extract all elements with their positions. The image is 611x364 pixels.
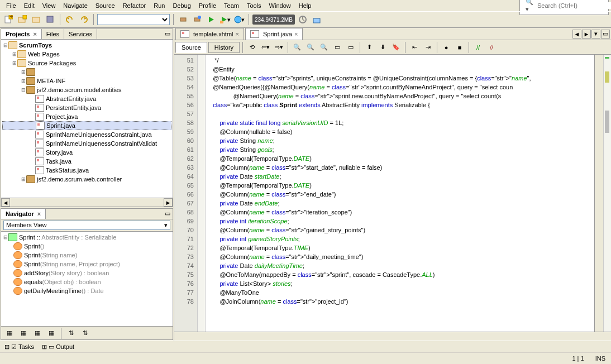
nav-member[interactable]: getDailyMeetingTime() : Date — [2, 286, 171, 295]
nav-member[interactable]: Sprint() — [2, 242, 171, 251]
menu-help[interactable]: Help — [295, 1, 316, 10]
tree-item[interactable]: SprintNameUniquenessConstraint.java — [2, 130, 171, 139]
nav-filter4[interactable]: ▦ — [45, 327, 58, 339]
tab-projects[interactable]: Projects× — [1, 29, 42, 39]
line-gutter[interactable]: 5152535455565758596061626364656667686970… — [174, 55, 198, 332]
tree-item[interactable]: Project.java — [2, 112, 171, 121]
editor-hscroll[interactable] — [174, 332, 611, 341]
toggle-highlight-button[interactable]: ▭ — [331, 41, 343, 54]
nav-sort2[interactable]: ⇅ — [79, 327, 91, 339]
close-icon[interactable]: × — [33, 31, 36, 37]
error-stripe[interactable] — [603, 55, 611, 332]
tab-navigator[interactable]: Navigator× — [1, 209, 46, 219]
nav-member[interactable]: Sprint(String name, Project project) — [2, 260, 171, 269]
menu-tools[interactable]: Tools — [243, 1, 265, 10]
profile-button[interactable]: ▾ — [233, 13, 245, 26]
project-root[interactable]: ScrumToys — [19, 42, 52, 49]
uncomment-button[interactable]: // — [485, 41, 498, 54]
close-icon[interactable]: × — [236, 31, 239, 37]
memory-indicator[interactable]: 234.9/371.2MB — [252, 15, 295, 25]
forward-button[interactable]: ⇨▾ — [273, 41, 285, 54]
minimize-icon[interactable]: ▭ — [163, 29, 173, 39]
nav-class-name[interactable]: Sprint :: AbstractEntity : Serializable — [19, 234, 116, 241]
menu-team[interactable]: Team — [220, 1, 243, 10]
tabs-dropdown-button[interactable]: ▾ — [591, 30, 600, 39]
gc-button[interactable] — [297, 13, 309, 26]
comment-button[interactable]: // — [472, 41, 484, 54]
tree-item[interactable]: Story.java — [2, 148, 171, 157]
new-file-button[interactable]: + — [2, 13, 15, 26]
scroll-right-button[interactable]: ► — [582, 30, 591, 39]
macro-record-button[interactable]: ● — [440, 41, 452, 54]
tree-item[interactable]: ⊞jsf2.demo.scrum.web.controller — [2, 175, 171, 184]
menu-window[interactable]: Window — [265, 1, 295, 10]
back-button[interactable]: ⇦▾ — [259, 41, 271, 54]
redo-button[interactable] — [78, 13, 90, 26]
find-prev-button[interactable]: 🔍 — [304, 41, 317, 54]
shift-right-button[interactable]: ⇥ — [422, 41, 434, 54]
nav-filter2[interactable]: ▦ — [17, 327, 30, 339]
members-view-combo[interactable]: Members View▾ — [3, 221, 170, 230]
tree-item[interactable]: SprintNameUniquenessConstraintValidat — [2, 139, 171, 148]
run-button[interactable] — [205, 13, 217, 26]
menu-file[interactable]: File — [2, 1, 20, 10]
tree-item[interactable]: ⊞Web Pages — [2, 50, 171, 59]
tree-item[interactable]: ⊞ — [2, 68, 171, 76]
menu-profile[interactable]: Profile — [195, 1, 220, 10]
history-tab[interactable]: History — [208, 42, 240, 53]
ide-update-button[interactable] — [311, 13, 323, 26]
tree-item[interactable]: ⊞META-INF — [2, 76, 171, 85]
clean-build-button[interactable] — [191, 13, 203, 26]
search-input[interactable] — [537, 2, 611, 9]
next-bookmark-button[interactable]: ⬇ — [376, 41, 389, 54]
minimize-icon[interactable]: ▭ — [163, 209, 173, 219]
close-icon[interactable]: × — [37, 210, 41, 217]
macro-stop-button[interactable]: ■ — [454, 41, 466, 54]
prev-bookmark-button[interactable]: ⬆ — [363, 41, 375, 54]
navigator-tree[interactable]: ⊟Sprint :: AbstractEntity : Serializable… — [1, 232, 173, 326]
tree-item[interactable]: Task.java — [2, 157, 171, 166]
nav-filter1[interactable]: ▦ — [3, 327, 16, 339]
new-project-button[interactable] — [16, 13, 28, 26]
source-tab[interactable]: Source — [175, 42, 207, 53]
menu-run[interactable]: Run — [150, 1, 169, 10]
nav-member[interactable]: addStory(Story story) : boolean — [2, 269, 171, 277]
tree-item[interactable]: Sprint.java — [2, 121, 171, 130]
open-button[interactable] — [30, 13, 42, 26]
nav-member[interactable]: equals(Object obj) : boolean — [2, 277, 171, 286]
tree-hscroll[interactable]: ◄► — [1, 198, 173, 207]
tree-item[interactable]: PersistentEntity.java — [2, 103, 171, 112]
nav-filter3[interactable]: ▦ — [31, 327, 44, 339]
tab-services[interactable]: Services — [64, 29, 97, 39]
tab-files[interactable]: Files — [42, 29, 64, 39]
debug-button[interactable]: ▾ — [219, 13, 231, 26]
build-button[interactable] — [177, 13, 189, 26]
code-content[interactable]: */ @Entity @Table(name = class="str">"sp… — [206, 55, 594, 332]
find-sel-button[interactable]: 🔍 — [291, 41, 303, 54]
code-editor[interactable]: 5152535455565758596061626364656667686970… — [174, 55, 611, 332]
toggle-bookmark-button[interactable]: 🔖 — [390, 41, 402, 54]
nav-member[interactable]: Sprint(String name) — [2, 251, 171, 260]
menu-edit[interactable]: Edit — [20, 1, 39, 10]
save-all-button[interactable] — [44, 13, 56, 26]
nav-sort1[interactable]: ⇅ — [65, 327, 77, 339]
menu-navigate[interactable]: Navigate — [59, 1, 91, 10]
tab-sprint[interactable]: Sprint.java× — [245, 28, 303, 40]
tree-item[interactable]: ⊞Source Packages — [2, 59, 171, 68]
tree-item[interactable]: TaskStatus.java — [2, 166, 171, 175]
maximize-button[interactable]: ▭ — [601, 30, 610, 39]
scroll-left-button[interactable]: ◄ — [572, 30, 581, 39]
shift-left-button[interactable]: ⇤ — [408, 41, 421, 54]
vscroll[interactable] — [594, 55, 603, 332]
close-icon[interactable]: × — [294, 31, 298, 37]
tree-item[interactable]: AbstractEntity.java — [2, 94, 171, 103]
project-tree[interactable]: ⊟ScrumToys ⊞Web Pages⊞Source Packages⊞⊞M… — [1, 40, 173, 198]
tasks-button[interactable]: ⊞☑Tasks — [2, 343, 36, 351]
output-button[interactable]: ⊞▭Output — [40, 343, 77, 351]
menu-debug[interactable]: Debug — [169, 1, 194, 10]
undo-button[interactable] — [64, 13, 76, 26]
menu-source[interactable]: Source — [92, 1, 119, 10]
config-combo[interactable] — [97, 14, 170, 25]
tab-template[interactable]: template.xhtml× — [175, 28, 244, 40]
find-next-button[interactable]: 🔍 — [318, 41, 330, 54]
